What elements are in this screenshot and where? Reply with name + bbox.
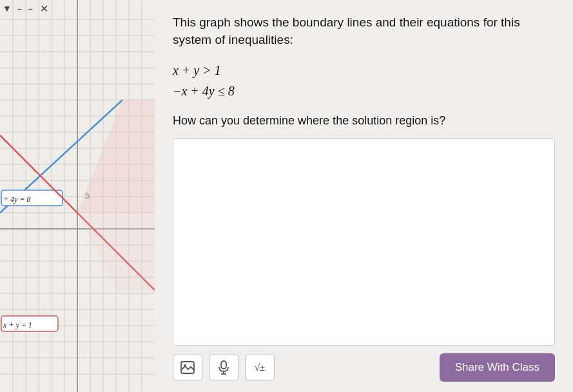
back-icon[interactable]: ▼	[3, 4, 12, 14]
sqrt-icon: √±	[255, 362, 265, 373]
sub-question-text: How can you determine where the solution…	[173, 113, 555, 129]
mic-tool-button[interactable]	[209, 355, 238, 380]
inequalities-block: x + y > 1 −x + 4y ≤ 8	[173, 60, 555, 101]
nav-bar: ▼ ⌢ ⌢ ✕	[3, 3, 48, 15]
image-tool-button[interactable]	[173, 355, 202, 380]
graph-svg: 5 + 4y = 8 x + y = 1	[0, 0, 155, 392]
image-icon	[180, 361, 195, 374]
sqrt-tool-button[interactable]: √±	[245, 355, 275, 380]
inequality-2: −x + 4y ≤ 8	[173, 81, 555, 101]
share-with-class-button[interactable]: Share With Class	[440, 353, 555, 382]
microphone-icon	[218, 360, 229, 375]
answer-input-area[interactable]	[173, 138, 555, 346]
arc-right-icon[interactable]: ⌢	[28, 4, 34, 14]
svg-text:x + y = 1: x + y = 1	[3, 320, 32, 329]
arc-left-icon[interactable]: ⌢	[17, 4, 23, 14]
svg-text:+ 4y = 8: + 4y = 8	[3, 195, 31, 204]
right-panel: This graph shows the boundary lines and …	[155, 0, 573, 392]
graph-panel: ▼ ⌢ ⌢ ✕	[0, 0, 155, 392]
intro-text: This graph shows the boundary lines and …	[173, 14, 555, 48]
close-icon[interactable]: ✕	[40, 3, 48, 15]
toolbar: √± Share With Class	[173, 353, 555, 382]
svg-rect-48	[221, 361, 226, 369]
inequality-1: x + y > 1	[173, 60, 555, 81]
